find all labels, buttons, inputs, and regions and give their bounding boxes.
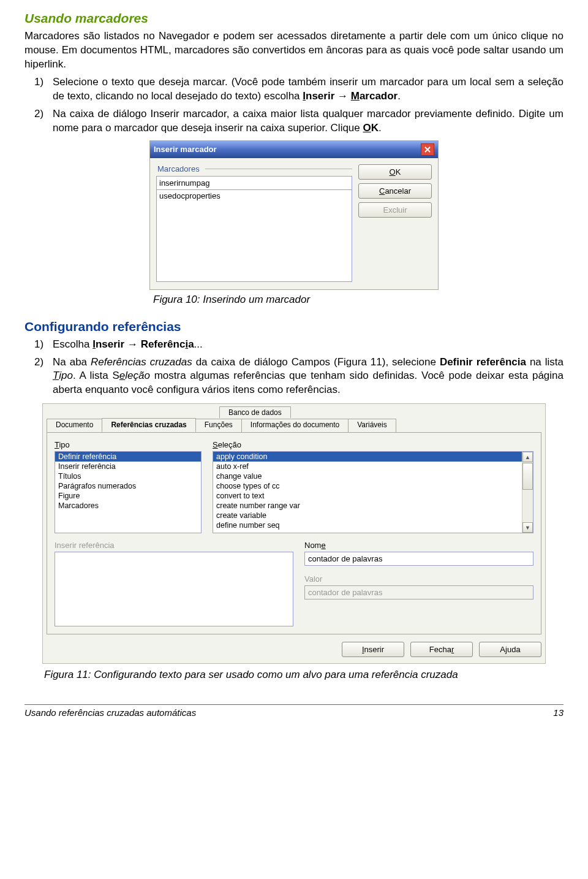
valor-input — [304, 585, 533, 599]
italic-text: Referências cruzadas — [91, 356, 192, 368]
bold-text: Referênc — [141, 338, 186, 350]
step-text: Na caixa de diálogo Inserir marcador, a … — [53, 108, 564, 134]
step-1: 1) Selecione o texto que deseja marcar. … — [24, 75, 564, 104]
step-2: 2) Na caixa de diálogo Inserir marcador,… — [24, 107, 564, 135]
bold-text: a — [188, 338, 194, 350]
scroll-down-icon[interactable]: ▼ — [522, 522, 533, 533]
list-item[interactable]: apply condition — [213, 452, 522, 462]
fechar-button[interactable]: Fechar — [410, 642, 473, 657]
bold-text: nserir → — [306, 90, 351, 102]
ok-button[interactable]: OK — [358, 164, 432, 180]
step-1: 1) Escolha Inserir → Referência... — [24, 338, 564, 352]
steps-list-1: 1) Selecione o texto que deseja marcar. … — [24, 75, 564, 135]
italic-text: leção — [125, 370, 150, 381]
scroll-up-icon[interactable]: ▲ — [522, 452, 533, 462]
dialog-title: Inserir marcador — [154, 145, 217, 154]
list-item[interactable]: create variable — [213, 511, 522, 520]
list-item[interactable]: Títulos — [55, 471, 201, 481]
step-text: da caixa de diálogo Campos (Figura 11), … — [192, 356, 440, 368]
section-heading-usando-marcadores: Usando marcadores — [24, 11, 564, 26]
step-number: 1) — [34, 75, 43, 89]
tab-variaveis[interactable]: Variáveis — [348, 419, 396, 432]
tab-referencias-cruzadas[interactable]: Referências cruzadas — [102, 418, 195, 432]
inserir-button[interactable]: Inserir — [342, 642, 404, 657]
inserir-referencia-box — [55, 552, 293, 626]
tab-bar: Banco de dados Documento Referências cru… — [47, 405, 541, 432]
step-text: Na aba — [53, 356, 91, 368]
cancel-button[interactable]: Cancelar — [358, 183, 432, 199]
intro-paragraph: Marcadores são listados no Navegador e p… — [24, 29, 564, 72]
step-text: ... — [194, 338, 203, 350]
steps-list-2: 1) Escolha Inserir → Referência... 2) Na… — [24, 338, 564, 398]
section-heading-configurando: Configurando referências — [24, 319, 564, 334]
step-number: 1) — [34, 338, 43, 352]
step-number: 2) — [34, 107, 43, 121]
list-item[interactable]: Inserir referência — [55, 462, 201, 471]
tipo-listbox[interactable]: Definir referênciaInserir referênciaTítu… — [55, 451, 202, 533]
figure-caption-11: Figura 11: Configurando texto para ser u… — [44, 669, 564, 681]
close-icon[interactable] — [421, 143, 434, 156]
ajuda-button[interactable]: Ajuda — [479, 642, 541, 657]
tab-documento[interactable]: Documento — [47, 419, 102, 432]
mnemonic: T — [53, 370, 59, 381]
mnemonic: e — [119, 370, 125, 381]
step-text: Escolha — [53, 338, 92, 350]
list-item[interactable]: define number seq — [213, 520, 522, 530]
italic-text: ipo — [59, 370, 73, 381]
valor-label: Valor — [304, 574, 533, 584]
bold-text: Definir referência — [440, 356, 526, 368]
list-item[interactable]: Marcadores — [55, 501, 201, 511]
list-item[interactable]: Parágrafos numerados — [55, 481, 201, 491]
list-item[interactable]: auto x-ref — [213, 462, 522, 471]
fieldset-label: Marcadores — [156, 164, 352, 173]
step-number: 2) — [34, 356, 43, 370]
tipo-label: TTipoipo — [55, 440, 202, 449]
tab-funcoes[interactable]: Funções — [195, 419, 242, 432]
scroll-thumb[interactable] — [522, 463, 533, 490]
mnemonic: M — [351, 90, 360, 102]
bold-text: arcador — [360, 90, 398, 102]
list-item[interactable]: change value — [213, 471, 522, 481]
list-item[interactable]: Definir referência — [55, 452, 201, 462]
delete-button: Excluir — [358, 202, 432, 218]
dialog-campos: Banco de dados Documento Referências cru… — [42, 403, 546, 664]
marcador-list[interactable]: usedocproperties — [156, 190, 352, 282]
bold-text: → — [124, 338, 140, 350]
selecao-label: Seleção — [213, 440, 533, 449]
inserir-referencia-label: Inserir referência — [55, 541, 293, 550]
step-text: . — [379, 122, 382, 134]
selecao-listbox[interactable]: apply conditionauto x-refchange valuecho… — [213, 451, 533, 533]
mnemonic: O — [363, 122, 371, 134]
list-item[interactable]: convert to text — [213, 491, 522, 501]
bold-text: K — [371, 122, 379, 134]
list-item[interactable]: choose types of cc — [213, 481, 522, 491]
figure-caption-10: Figura 10: Inserindo um marcador — [153, 294, 564, 306]
dialog-inserir-marcador: Inserir marcador Marcadores usedocproper… — [149, 140, 439, 290]
nome-label: Nome — [304, 541, 533, 550]
tab-informacoes[interactable]: Informações do documento — [241, 419, 349, 432]
step-text: na lista — [526, 356, 564, 368]
tab-banco-de-dados[interactable]: Banco de dados — [219, 406, 291, 418]
scrollbar[interactable]: ▲ ▼ — [522, 452, 533, 533]
step-text: . — [398, 90, 401, 102]
footer-left: Usando referências cruzadas automáticas — [24, 707, 196, 718]
list-item[interactable]: Figure — [55, 491, 201, 501]
step-2: 2) Na aba Referências cruzadas da caixa … — [24, 356, 564, 398]
list-item[interactable]: create number range var — [213, 501, 522, 511]
dialog-titlebar: Inserir marcador — [150, 141, 438, 158]
footer-page-number: 13 — [553, 707, 564, 718]
bold-text: nserir — [96, 338, 124, 350]
page-footer: Usando referências cruzadas automáticas … — [24, 704, 564, 718]
list-item[interactable]: usedocproperties — [159, 191, 349, 200]
step-text: . A lista S — [73, 370, 119, 381]
marcador-input[interactable] — [156, 176, 352, 190]
nome-input[interactable] — [304, 552, 533, 566]
